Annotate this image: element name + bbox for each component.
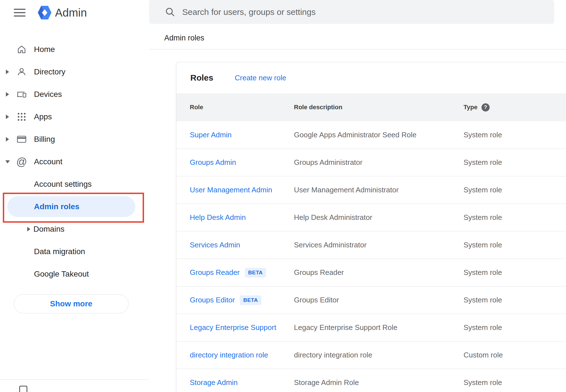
roles-card: Roles Create new role Role Role descript… xyxy=(176,62,566,392)
table-row: Groups Admin Groups Administrator System… xyxy=(176,149,566,176)
sidebar-item-account[interactable]: @ Account xyxy=(0,151,149,173)
role-description: Groups Reader xyxy=(294,268,464,277)
role-description: Help Desk Administrator xyxy=(294,213,464,222)
partial-device-icon xyxy=(19,385,28,392)
role-link[interactable]: directory integration role xyxy=(190,351,268,359)
role-link[interactable]: User Management Admin xyxy=(190,186,272,194)
role-type: System role xyxy=(464,213,566,222)
column-header-role: Role xyxy=(190,104,294,111)
sidebar-item-directory[interactable]: Directory xyxy=(0,61,149,83)
table-row: Groups Editor BETA Groups Editor System … xyxy=(176,286,566,314)
sidebar-item-google-takeout[interactable]: Google Takeout xyxy=(0,263,149,285)
role-type: Custom role xyxy=(464,351,566,359)
expand-arrow-icon[interactable] xyxy=(27,227,30,231)
expand-arrow-icon[interactable] xyxy=(6,137,9,142)
sidebar-nav: Home Directory xyxy=(0,38,149,285)
table-row: directory integration role directory int… xyxy=(176,341,566,369)
at-email-icon: @ xyxy=(17,156,27,167)
devices-icon xyxy=(17,89,27,99)
table-row: Help Desk Admin Help Desk Administrator … xyxy=(176,204,566,231)
role-description: Groups Administrator xyxy=(294,158,464,167)
role-link[interactable]: Legacy Enterprise Support xyxy=(190,323,276,332)
search-bar xyxy=(149,0,554,24)
role-link[interactable]: Services Admin xyxy=(190,241,240,249)
sidebar-item-label: Billing xyxy=(34,135,55,144)
expand-arrow-icon[interactable] xyxy=(6,92,9,97)
role-link[interactable]: Groups Reader xyxy=(190,268,240,277)
table-row: Legacy Enterprise Support Legacy Enterpr… xyxy=(176,314,566,341)
app-title: Admin xyxy=(55,6,87,19)
billing-card-icon xyxy=(17,134,27,144)
role-description: Google Apps Administrator Seed Role xyxy=(294,131,464,139)
sidebar-item-devices[interactable]: Devices xyxy=(0,83,149,106)
sidebar-item-label: Google Takeout xyxy=(34,270,89,279)
menu-icon[interactable] xyxy=(14,9,26,17)
sidebar-item-label: Data migration xyxy=(34,247,85,256)
roles-card-header: Roles Create new role xyxy=(176,62,566,93)
card-title: Roles xyxy=(190,73,235,83)
role-type: System role xyxy=(464,241,566,249)
apps-grid-icon xyxy=(17,112,27,122)
role-description: Legacy Enterprise Support Role xyxy=(294,323,464,332)
sidebar-item-label: Account xyxy=(34,157,62,166)
home-icon xyxy=(17,44,27,54)
collapse-arrow-icon[interactable] xyxy=(6,160,9,163)
sidebar: Admin Home Dir xyxy=(0,0,149,392)
selected-pill: Admin roles xyxy=(7,196,135,217)
sidebar-item-label: Domains xyxy=(33,225,64,234)
sidebar-divider xyxy=(0,379,149,380)
sidebar-item-label: Account settings xyxy=(34,180,92,189)
role-description: Groups Editor xyxy=(294,296,464,304)
column-header-type: Type ? xyxy=(464,103,566,111)
admin-console-page: Admin Home Dir xyxy=(0,0,566,392)
breadcrumb: Admin roles xyxy=(164,34,204,42)
sidebar-item-apps[interactable]: Apps xyxy=(0,106,149,128)
role-description: User Management Administrator xyxy=(294,186,464,194)
role-link[interactable]: Help Desk Admin xyxy=(190,213,246,222)
role-type: System role xyxy=(464,296,566,304)
sidebar-item-billing[interactable]: Billing xyxy=(0,128,149,151)
table-row: Services Admin Services Administrator Sy… xyxy=(176,231,566,259)
show-more-button[interactable]: Show more xyxy=(14,294,129,313)
sidebar-item-label: Admin roles xyxy=(34,202,79,211)
expand-arrow-icon[interactable] xyxy=(6,115,9,119)
role-description: Storage Admin Role xyxy=(294,378,464,387)
sidebar-header: Admin xyxy=(0,0,149,25)
role-type: System role xyxy=(464,323,566,332)
role-type: System role xyxy=(464,186,566,194)
table-row: Super Admin Google Apps Administrator Se… xyxy=(176,121,566,149)
expand-arrow-icon[interactable] xyxy=(6,70,9,74)
create-new-role-link[interactable]: Create new role xyxy=(235,74,286,82)
table-header-row: Role Role description Type ? xyxy=(176,93,566,121)
role-type: System role xyxy=(464,378,566,387)
help-icon[interactable]: ? xyxy=(481,103,490,111)
role-type: System role xyxy=(464,131,566,139)
sidebar-item-label: Home xyxy=(34,45,55,54)
table-row: Groups Reader BETA Groups Reader System … xyxy=(176,259,566,286)
sidebar-item-label: Directory xyxy=(34,67,65,76)
sidebar-item-label: Apps xyxy=(34,112,52,121)
header-divider xyxy=(149,49,566,49)
table-row: User Management Admin User Management Ad… xyxy=(176,176,566,204)
role-description: Services Administrator xyxy=(294,241,464,249)
role-link[interactable]: Groups Admin xyxy=(190,158,236,167)
role-description: directory integration role xyxy=(294,351,464,359)
beta-badge: BETA xyxy=(245,268,266,277)
sidebar-item-data-migration[interactable]: Data migration xyxy=(0,240,149,263)
sidebar-item-label: Devices xyxy=(34,90,62,99)
role-type: System role xyxy=(464,158,566,167)
role-link[interactable]: Storage Admin xyxy=(190,378,238,387)
person-icon xyxy=(17,67,27,77)
role-type: System role xyxy=(464,268,566,277)
column-header-type-label: Type xyxy=(464,104,478,111)
role-link[interactable]: Super Admin xyxy=(190,131,232,139)
sidebar-item-account-settings[interactable]: Account settings xyxy=(0,173,149,195)
role-link[interactable]: Groups Editor xyxy=(190,296,235,304)
sidebar-item-home[interactable]: Home xyxy=(0,38,149,61)
search-input[interactable] xyxy=(182,7,554,17)
beta-badge: BETA xyxy=(240,295,261,305)
admin-logo-icon xyxy=(36,4,53,21)
sidebar-item-admin-roles[interactable]: Admin roles xyxy=(0,195,149,218)
search-icon xyxy=(165,7,175,17)
sidebar-item-domains[interactable]: Domains xyxy=(0,218,149,240)
